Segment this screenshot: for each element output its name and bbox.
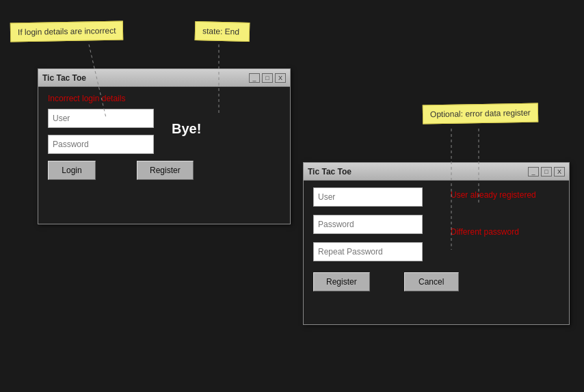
register-button-row: Register Cancel — [313, 272, 559, 291]
sticky-note-optional-error: Optional: error data register — [423, 103, 538, 125]
login-password-input[interactable] — [48, 135, 154, 154]
login-titlebar: Tic Tac Toe _ □ X — [38, 69, 290, 87]
bye-text: Bye! — [172, 121, 201, 137]
maximize-button[interactable]: □ — [262, 73, 273, 83]
register-titlebar: Tic Tac Toe _ □ X — [304, 163, 569, 181]
cancel-button[interactable]: Cancel — [404, 272, 459, 291]
login-window: Tic Tac Toe _ □ X Incorrect login detail… — [38, 68, 291, 224]
different-password-error: Different password — [451, 227, 519, 237]
register-body: User already registered Different passwo… — [304, 181, 569, 324]
sticky-note-login-error: If login details are incorrect — [10, 21, 124, 42]
register-password-input[interactable] — [313, 215, 423, 234]
login-body: Incorrect login details Bye! Login Regis… — [38, 87, 290, 224]
register-repeat-input[interactable] — [313, 242, 423, 261]
close-button[interactable]: X — [275, 73, 286, 83]
login-button[interactable]: Login — [48, 161, 96, 180]
register-button[interactable]: Register — [313, 272, 370, 291]
login-controls: _ □ X — [249, 73, 286, 83]
user-already-registered-error: User already registered — [451, 190, 536, 200]
login-user-input[interactable] — [48, 109, 154, 128]
register-user-input[interactable] — [313, 187, 423, 207]
reg-minimize-button[interactable]: _ — [528, 167, 539, 177]
register-window: Tic Tac Toe _ □ X User already registere… — [303, 162, 570, 325]
reg-maximize-button[interactable]: □ — [541, 167, 552, 177]
minimize-button[interactable]: _ — [249, 73, 260, 83]
sticky-note-state-end: state: End — [195, 21, 250, 42]
login-title: Tic Tac Toe — [42, 73, 249, 83]
login-button-row: Login Register — [48, 161, 280, 180]
register-controls: _ □ X — [528, 167, 565, 177]
login-error-text: Incorrect login details — [48, 94, 280, 103]
register-from-login-button[interactable]: Register — [137, 161, 194, 180]
register-title: Tic Tac Toe — [308, 167, 528, 177]
reg-close-button[interactable]: X — [554, 167, 565, 177]
